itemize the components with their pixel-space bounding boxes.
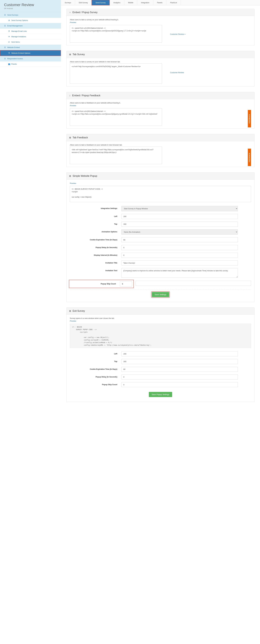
rss-icon: ⟊ bbox=[69, 94, 71, 97]
tab-flashlet[interactable]: FlashLet bbox=[166, 0, 181, 5]
tab-code-textarea[interactable]: <a href='http://surveyanalytics.com/t/AI… bbox=[70, 64, 162, 84]
envelope-icon: ✉ bbox=[8, 36, 10, 38]
windows-icon: ⊞ bbox=[69, 175, 71, 177]
tab-surveys[interactable]: Surveys bbox=[61, 0, 75, 5]
top-input[interactable] bbox=[121, 222, 238, 227]
invitation-text-textarea[interactable]: [Company] wants to improve its online se… bbox=[121, 268, 238, 278]
feedback-tab-button[interactable]: FEEDBACK bbox=[248, 149, 251, 166]
windows-icon: ⊞ bbox=[69, 310, 71, 312]
nav-label: Send Survey Options bbox=[11, 19, 28, 21]
nav-label: Respondent Access bbox=[7, 58, 23, 60]
delay-input[interactable] bbox=[121, 245, 238, 250]
top-label: Top bbox=[70, 222, 121, 225]
skip-count-label: Popup Skip Count bbox=[71, 282, 120, 285]
panel-title: Embed / Popup Feedback bbox=[72, 94, 100, 97]
nav-respondent-access[interactable]: ☰ Respondent Access bbox=[0, 56, 61, 62]
panel-title: Simple Website Popup bbox=[73, 174, 97, 178]
nav-website-embed-options[interactable]: Ｗ Website Embed Options bbox=[0, 50, 61, 56]
cookie-input[interactable] bbox=[121, 367, 238, 372]
customer-review-link[interactable]: Customer Review bbox=[170, 64, 184, 74]
sidebar: Customer Review SP Android ☰ Send Survey… bbox=[0, 0, 61, 411]
panel-tab-feedback: ⊞ Tab Feedback Allow users to take a fee… bbox=[66, 134, 254, 167]
panel-header: ♀ Embed / Popup Survey bbox=[67, 9, 254, 16]
skip-count-label: Popup Skip Count bbox=[70, 382, 121, 386]
nav-email-management[interactable]: ☰ Email Management bbox=[0, 23, 61, 28]
panel-header: ⊞ Exit Survey bbox=[67, 308, 254, 314]
invitation-title-label: Invitation Title bbox=[70, 260, 121, 264]
nav-label: Website Embed bbox=[7, 46, 20, 48]
top-label: Top bbox=[70, 359, 121, 362]
customer-review-link[interactable]: Customer Review » bbox=[170, 25, 185, 35]
animation-select[interactable]: None (No Animation) bbox=[121, 229, 238, 235]
save-settings-button[interactable]: Save Settings bbox=[152, 292, 169, 297]
skip-count-extra-input[interactable] bbox=[136, 281, 251, 286]
popup-code-textarea[interactable]: <!-- BEGIN SURVEY POPUP CODE --> <script… bbox=[70, 186, 251, 202]
feedback-code-textarea[interactable]: <!-- saved from url=(0013)about:internet… bbox=[70, 108, 162, 126]
delay-label: Popup Delay (In Seconds) bbox=[70, 374, 121, 378]
main-content: Surveys Edit Survey Send Survey Analytic… bbox=[61, 0, 260, 411]
tab-panels[interactable]: Panels bbox=[153, 0, 166, 5]
top-input[interactable] bbox=[121, 359, 238, 364]
preview-link[interactable]: Preview bbox=[70, 182, 76, 184]
nav-panels[interactable]: 👥 Panels bbox=[0, 62, 61, 67]
nav-manage-invitations[interactable]: ✉ Manage Invitations bbox=[0, 34, 61, 39]
exit-code-block[interactable]: <!-- BEGIN SURVEY POPUP CODE --> <script… bbox=[70, 324, 251, 348]
panel-header: ⊞ Simple Website Popup bbox=[67, 172, 254, 180]
nav-label: Email Management bbox=[7, 25, 23, 27]
main-tabs: Surveys Edit Survey Send Survey Analytic… bbox=[61, 0, 260, 6]
preview-link[interactable]: Preview bbox=[70, 104, 76, 106]
survey-title: Customer Review bbox=[4, 3, 57, 7]
nav-sent-items[interactable]: ☑ Sent Items bbox=[0, 39, 61, 45]
skip-count-input[interactable] bbox=[121, 382, 238, 387]
tab-send-survey[interactable]: Send Survey bbox=[92, 0, 109, 5]
tab-edit-survey[interactable]: Edit Survey bbox=[75, 0, 92, 5]
nav-manage-email-lists[interactable]: 🗓 Manage Email Lists bbox=[0, 28, 61, 34]
panel-description: Allow users to take a feedback on your w… bbox=[70, 144, 251, 146]
left-input[interactable] bbox=[121, 214, 238, 219]
left-input[interactable] bbox=[121, 351, 238, 356]
skip-count-input[interactable] bbox=[120, 282, 132, 286]
sidebar-header: Customer Review SP Android bbox=[0, 0, 61, 12]
list-icon: ☰ bbox=[4, 46, 6, 48]
save-popup-settings-button[interactable]: Save Popup Settings bbox=[149, 392, 172, 397]
invitation-title-input[interactable] bbox=[121, 260, 238, 266]
nav-send-survey-options[interactable]: ⊞ Send Survey Options bbox=[0, 18, 61, 23]
panel-title: Tab Survey bbox=[73, 53, 85, 56]
windows-icon: ⊞ bbox=[69, 136, 71, 139]
cookie-input[interactable] bbox=[121, 237, 238, 242]
feedback-tab-button[interactable]: FEEDBACK bbox=[248, 110, 251, 128]
tab-integration[interactable]: Integration bbox=[137, 0, 153, 5]
calendar-icon: 🗓 bbox=[8, 30, 10, 32]
nav-website-embed[interactable]: ☰ Website Embed bbox=[0, 45, 61, 50]
w-icon: Ｗ bbox=[8, 52, 10, 54]
tab-feedback-code-textarea[interactable]: <link rel='stylesheet' type='text/css' h… bbox=[70, 146, 162, 164]
panel-header: ⊞ Tab Survey bbox=[67, 51, 254, 58]
cookie-label: Cookie Expiration Time (In Days) bbox=[70, 237, 121, 241]
embed-code-textarea[interactable]: <!-- saved from url=(0013)about:internet… bbox=[70, 25, 162, 42]
panel-title: Exit Survey bbox=[73, 310, 85, 312]
panel-embed-popup-feedback: ⟊ Embed / Popup Feedback Allow users to … bbox=[66, 92, 254, 128]
left-label: Left bbox=[70, 214, 121, 217]
integration-settings-select[interactable]: Start Survey in Popup Window bbox=[121, 206, 238, 211]
interval-input[interactable] bbox=[121, 253, 238, 258]
nav-label: Manage Invitations bbox=[11, 36, 26, 38]
left-label: Left bbox=[70, 351, 121, 355]
delay-input[interactable] bbox=[121, 374, 238, 380]
panel-title: Embed / Popup Survey bbox=[73, 11, 98, 14]
nav-label: Manage Email Lists bbox=[11, 30, 27, 32]
nav-label: Panels bbox=[11, 63, 17, 65]
animation-label: Animation Options bbox=[70, 229, 121, 233]
survey-subtitle: SP Android bbox=[4, 8, 57, 10]
panel-description: Survey opens in a new window when user c… bbox=[70, 317, 251, 319]
users-icon: 👥 bbox=[8, 63, 10, 65]
panel-description: Allow users to take a survey on your web… bbox=[70, 61, 251, 63]
panel-description: Allow users to take a feedback on your w… bbox=[70, 102, 251, 104]
tab-mobile[interactable]: Mobile bbox=[124, 0, 137, 5]
integration-settings-label: Integration Settings bbox=[70, 206, 121, 209]
list-icon: ☰ bbox=[4, 58, 6, 60]
tab-analytics[interactable]: Analytics bbox=[110, 0, 124, 5]
preview-link[interactable]: Preview bbox=[70, 320, 76, 322]
windows-icon: ⊞ bbox=[69, 53, 71, 56]
nav-send-surveys[interactable]: ☰ Send Surveys bbox=[0, 12, 61, 18]
preview-link[interactable]: Preview bbox=[70, 21, 76, 24]
